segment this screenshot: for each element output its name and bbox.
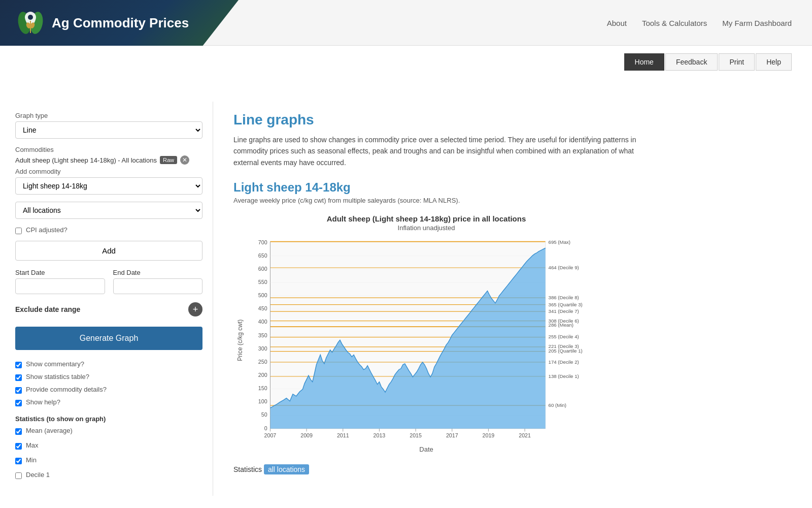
add-exclude-btn[interactable]: + <box>188 302 202 316</box>
chart-container: Adult sheep (Light sheep 14-18kg) price … <box>233 214 619 453</box>
svg-text:700: 700 <box>258 239 267 245</box>
show-commentary-checkbox[interactable] <box>15 362 22 368</box>
stat-decile1-checkbox[interactable] <box>15 472 22 479</box>
stat-min-row: Min <box>15 456 202 466</box>
generate-button[interactable]: Generate Graph <box>15 327 202 350</box>
end-date-label: End Date <box>113 269 203 276</box>
stat-decile1-label: Decile 1 <box>26 471 50 479</box>
start-date-field: Start Date <box>15 269 105 294</box>
svg-text:2011: 2011 <box>337 432 349 438</box>
sidebar: Graph type Line Commodities Adult sheep … <box>0 102 213 496</box>
commodity-value: Adult sheep (Light sheep 14-18kg) - All … <box>15 155 202 165</box>
exclude-row: Exclude date range + <box>15 302 202 316</box>
tab-print[interactable]: Print <box>719 53 755 71</box>
show-help-row: Show help? <box>15 398 202 408</box>
chart-subtitle: Average weekly price (c/kg cwt) from mul… <box>233 197 792 204</box>
svg-text:341 (Decile 7): 341 (Decile 7) <box>549 308 579 314</box>
graph-type-select[interactable]: Line <box>15 121 202 139</box>
stat-max-checkbox[interactable] <box>15 443 22 450</box>
top-nav: About Tools & Calculators My Farm Dashbo… <box>607 0 812 46</box>
svg-text:550: 550 <box>258 279 267 285</box>
logo-icon <box>15 8 46 38</box>
svg-text:2021: 2021 <box>519 432 531 438</box>
show-commentary-label: Show commentary? <box>26 360 84 368</box>
svg-text:400: 400 <box>258 319 267 325</box>
svg-text:365 (Quartile 3): 365 (Quartile 3) <box>549 302 583 307</box>
show-stats-checkbox[interactable] <box>15 374 22 381</box>
main-wrapper: Graph type Line Commodities Adult sheep … <box>0 91 812 496</box>
remove-commodity-btn[interactable]: ✕ <box>180 155 189 165</box>
show-commentary-row: Show commentary? <box>15 360 202 370</box>
svg-text:100: 100 <box>258 398 267 404</box>
end-date-field: End Date <box>113 269 203 294</box>
nav-tools[interactable]: Tools & Calculators <box>642 19 707 27</box>
chart-main-subtitle: Inflation unadjusted <box>233 224 619 232</box>
svg-point-2 <box>28 15 33 20</box>
svg-text:450: 450 <box>258 305 267 311</box>
start-date-label: Start Date <box>15 269 105 276</box>
svg-text:300: 300 <box>258 345 267 352</box>
content-area: Line graphs Line graphs are used to show… <box>213 102 812 496</box>
stat-max-label: Max <box>26 441 39 449</box>
exclude-label: Exclude date range <box>15 305 80 313</box>
stat-decile1-row: Decile 1 <box>15 471 202 481</box>
svg-text:2015: 2015 <box>410 432 422 438</box>
stats-label: Statistics <box>233 465 262 473</box>
commodity-details-label: Provide commodity details? <box>26 386 107 393</box>
tab-help[interactable]: Help <box>756 53 792 71</box>
cpi-checkbox[interactable] <box>15 228 22 234</box>
svg-text:350: 350 <box>258 332 267 338</box>
add-commodity-label: Add commodity <box>15 168 202 175</box>
stat-mean-checkbox[interactable] <box>15 428 22 435</box>
svg-text:600: 600 <box>258 266 267 272</box>
tab-home[interactable]: Home <box>624 53 664 71</box>
start-date-input[interactable] <box>15 278 105 294</box>
commodity-details-checkbox[interactable] <box>15 387 22 394</box>
svg-text:0: 0 <box>264 425 267 431</box>
chart-inner: 0 50 100 150 200 250 300 350 400 450 500… <box>246 237 619 443</box>
add-button[interactable]: Add <box>15 241 202 261</box>
date-row: Start Date End Date <box>15 269 202 294</box>
stat-max-row: Max <box>15 441 202 451</box>
svg-text:464 (Decile 9): 464 (Decile 9) <box>549 265 579 270</box>
stat-mean-row: Mean (average) <box>15 427 202 436</box>
svg-text:500: 500 <box>258 292 267 298</box>
cpi-row: CPI adjusted? <box>15 226 202 236</box>
svg-text:2007: 2007 <box>264 432 277 438</box>
statistics-bar: Statistics all locations <box>233 465 792 473</box>
app-title: Ag Commodity Prices <box>52 15 189 31</box>
stat-min-label: Min <box>26 456 37 464</box>
svg-text:650: 650 <box>258 252 267 259</box>
svg-text:2017: 2017 <box>446 432 458 438</box>
x-axis-label: Date <box>233 446 619 453</box>
commodities-label: Commodities <box>15 146 202 153</box>
cpi-label: CPI adjusted? <box>26 226 67 234</box>
show-help-checkbox[interactable] <box>15 400 22 406</box>
svg-text:50: 50 <box>261 412 267 418</box>
chart-title: Light sheep 14-18kg <box>233 180 792 195</box>
y-axis-label: Price (c/kg cwt) <box>233 237 244 443</box>
show-help-label: Show help? <box>26 398 60 406</box>
statistics-label: Statistics (to show on graph) <box>15 415 202 423</box>
svg-text:2013: 2013 <box>374 432 386 438</box>
page-desc: Line graphs are used to show changes in … <box>233 134 650 168</box>
nav-dashboard[interactable]: My Farm Dashboard <box>722 19 792 27</box>
svg-text:2019: 2019 <box>483 432 495 438</box>
location-select[interactable]: All locations Victoria New South Wales <box>15 202 202 219</box>
svg-text:2009: 2009 <box>300 432 313 438</box>
svg-text:60 (Min): 60 (Min) <box>549 402 566 408</box>
stat-min-checkbox[interactable] <box>15 458 22 464</box>
nav-about[interactable]: About <box>607 19 627 27</box>
raw-badge: Raw <box>160 156 177 164</box>
svg-text:150: 150 <box>258 385 267 391</box>
tab-feedback[interactable]: Feedback <box>665 53 718 71</box>
chart-wrap: Price (c/kg cwt) <box>233 237 619 443</box>
graph-type-label: Graph type <box>15 112 202 119</box>
commodity-select[interactable]: Light sheep 14-18kg Adult sheep (Light s… <box>15 177 202 195</box>
logo[interactable]: Ag Commodity Prices <box>15 8 189 38</box>
svg-text:205 (Quartile 1): 205 (Quartile 1) <box>549 348 583 354</box>
svg-text:255 (Decile 4): 255 (Decile 4) <box>549 334 579 340</box>
stat-mean-label: Mean (average) <box>26 427 73 434</box>
end-date-input[interactable] <box>113 278 203 294</box>
stats-link[interactable]: all locations <box>264 464 309 474</box>
